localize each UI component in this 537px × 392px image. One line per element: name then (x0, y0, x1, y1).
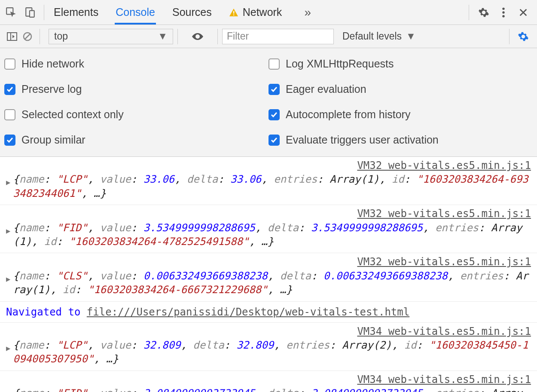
log-levels-selector[interactable]: Default levels ▼ (342, 31, 416, 42)
svg-point-5 (502, 7, 504, 9)
context-selector[interactable]: top ▼ (49, 29, 173, 44)
checkbox-icon (4, 84, 15, 95)
svg-rect-8 (7, 33, 17, 40)
kebab-menu-icon[interactable] (494, 3, 513, 22)
console-entry[interactable]: VM32 web-vitals.es5.min.js:1 ▶ {name: "L… (0, 157, 537, 205)
setting-label: Autocomplete from history (286, 108, 410, 121)
separator (217, 29, 218, 44)
devtools-tab-bar: Elements Console Sources Network » (0, 0, 537, 25)
separator (40, 29, 40, 44)
setting-label: Preserve log (21, 83, 82, 95)
svg-rect-3 (233, 11, 234, 13)
setting-hide-network[interactable]: Hide network (4, 58, 268, 70)
setting-log-xhr[interactable]: Log XMLHttpRequests (268, 58, 533, 70)
setting-selected-context[interactable]: Selected context only (4, 108, 268, 121)
checkbox-icon (268, 58, 280, 70)
object-preview: {name: "FID", value: 3.0849999993733945,… (13, 386, 531, 392)
warning-icon (229, 8, 238, 17)
svg-line-11 (25, 34, 30, 39)
svg-rect-2 (30, 10, 34, 17)
source-link[interactable]: VM32 web-vitals.es5.min.js:1 (357, 255, 531, 269)
checkbox-icon (268, 84, 280, 95)
console-entry[interactable]: VM34 web-vitals.es5.min.js:1 ▶ {name: "F… (0, 371, 537, 392)
console-settings-panel: Hide network Log XMLHttpRequests Preserv… (0, 48, 537, 157)
filter-input[interactable] (222, 29, 334, 44)
setting-preserve-log[interactable]: Preserve log (4, 83, 268, 95)
tab-network[interactable]: Network (228, 0, 283, 24)
tab-network-label: Network (243, 6, 282, 18)
separator (177, 29, 178, 44)
setting-evaluate-user-activation[interactable]: Evaluate triggers user activation (268, 134, 533, 146)
checkbox-icon (4, 109, 15, 120)
gear-icon[interactable] (474, 3, 493, 22)
tab-console[interactable]: Console (115, 0, 156, 24)
tab-sources[interactable]: Sources (171, 0, 213, 24)
setting-group-similar[interactable]: Group similar (4, 134, 268, 146)
console-settings-icon[interactable] (514, 27, 533, 46)
source-link[interactable]: VM32 web-vitals.es5.min.js:1 (357, 207, 531, 220)
separator (509, 29, 510, 44)
separator (469, 5, 469, 20)
close-icon[interactable] (514, 3, 533, 22)
tab-elements[interactable]: Elements (53, 0, 99, 24)
navigation-prefix: Navigated to (6, 306, 87, 318)
checkbox-icon (4, 135, 15, 146)
svg-point-7 (502, 15, 504, 17)
svg-rect-4 (233, 14, 234, 15)
chevron-down-icon: ▼ (158, 31, 168, 42)
setting-label: Selected context only (21, 108, 124, 121)
setting-label: Hide network (21, 58, 84, 70)
object-preview: {name: "FID", value: 3.5349999998288695,… (13, 221, 531, 249)
console-entry[interactable]: VM34 web-vitals.es5.min.js:1 ▶ {name: "L… (0, 323, 537, 371)
toggle-sidebar-icon[interactable] (4, 27, 20, 46)
context-value: top (54, 31, 68, 42)
log-levels-label: Default levels (342, 31, 402, 42)
expand-icon[interactable]: ▶ (6, 178, 10, 187)
live-expression-icon[interactable] (188, 27, 207, 46)
device-toolbar-icon[interactable] (21, 3, 40, 22)
console-toolbar: top ▼ Default levels ▼ (0, 25, 537, 48)
clear-console-icon[interactable] (20, 27, 35, 46)
source-link[interactable]: VM32 web-vitals.es5.min.js:1 (357, 159, 531, 172)
source-link[interactable]: VM34 web-vitals.es5.min.js:1 (357, 373, 531, 386)
console-log-area: VM32 web-vitals.es5.min.js:1 ▶ {name: "L… (0, 157, 537, 392)
console-entry[interactable]: VM32 web-vitals.es5.min.js:1 ▶ {name: "F… (0, 205, 537, 253)
setting-eager-eval[interactable]: Eager evaluation (268, 83, 533, 95)
checkbox-icon (268, 135, 280, 146)
navigation-entry: Navigated to file:///Users/panissidi/Des… (0, 302, 537, 323)
setting-label: Evaluate triggers user activation (286, 134, 439, 146)
setting-label: Log XMLHttpRequests (286, 58, 394, 70)
chevron-down-icon: ▼ (406, 31, 416, 42)
setting-autocomplete-history[interactable]: Autocomplete from history (268, 108, 533, 121)
console-entry[interactable]: VM32 web-vitals.es5.min.js:1 ▶ {name: "C… (0, 253, 537, 301)
navigation-url[interactable]: file:///Users/panissidi/Desktop/web-vita… (87, 306, 409, 318)
expand-icon[interactable]: ▶ (6, 343, 10, 353)
setting-label: Eager evaluation (286, 83, 366, 95)
source-link[interactable]: VM34 web-vitals.es5.min.js:1 (357, 325, 531, 338)
more-tabs-icon[interactable]: » (298, 3, 317, 22)
object-preview: {name: "LCP", value: 33.06, delta: 33.06… (13, 172, 531, 200)
checkbox-icon (4, 58, 15, 70)
object-preview: {name: "LCP", value: 32.809, delta: 32.8… (13, 338, 531, 366)
expand-icon[interactable]: ▶ (6, 226, 10, 236)
object-preview: {name: "CLS", value: 0.00633249366938823… (13, 269, 531, 297)
svg-point-6 (502, 11, 504, 13)
expand-icon[interactable]: ▶ (6, 274, 10, 284)
separator (44, 5, 44, 20)
inspect-icon[interactable] (2, 3, 21, 22)
checkbox-icon (268, 109, 280, 120)
setting-label: Group similar (21, 134, 85, 146)
